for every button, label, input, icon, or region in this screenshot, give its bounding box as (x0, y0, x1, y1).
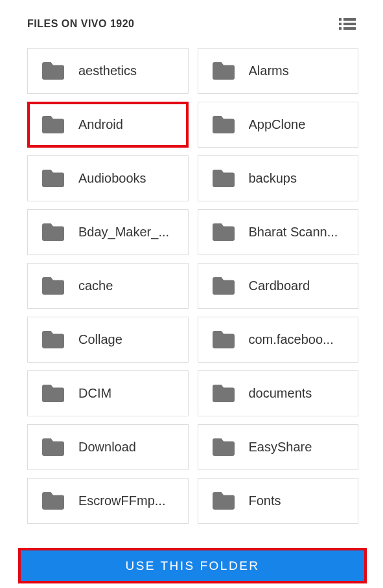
folder-item[interactable]: Alarms (198, 48, 359, 94)
folder-label: Bharat Scann... (249, 225, 347, 240)
folder-icon (42, 331, 64, 348)
folder-label: Audiobooks (78, 171, 176, 186)
folder-item[interactable]: Audiobooks (27, 155, 189, 201)
folder-item[interactable]: AppClone (198, 102, 359, 148)
folder-label: Fonts (249, 493, 347, 508)
folder-icon (213, 331, 235, 348)
page-title: FILES ON VIVO 1920 (27, 18, 135, 30)
folder-label: com.faceboo... (249, 332, 347, 347)
folder-item[interactable]: Fonts (198, 478, 359, 524)
folder-icon (213, 170, 235, 187)
folder-icon (213, 116, 235, 133)
folder-icon (42, 170, 64, 187)
folder-item[interactable]: com.faceboo... (198, 317, 359, 363)
folder-item[interactable]: Android (27, 102, 189, 148)
folder-icon (213, 62, 235, 80)
folder-label: cache (78, 278, 176, 293)
folder-item[interactable]: Collage (27, 317, 189, 363)
folder-item[interactable]: DCIM (27, 370, 189, 416)
folder-label: EasyShare (249, 440, 347, 455)
folder-item[interactable]: EasyShare (198, 424, 359, 470)
folder-label: Collage (78, 332, 176, 347)
folder-label: AppClone (249, 117, 347, 132)
folder-icon (213, 223, 235, 241)
folder-icon (42, 492, 64, 510)
folder-label: aesthetics (78, 63, 176, 78)
folder-label: DCIM (78, 386, 176, 401)
folder-icon (42, 116, 64, 133)
folder-item[interactable]: documents (198, 370, 359, 416)
folder-item[interactable]: aesthetics (27, 48, 189, 94)
folder-item[interactable]: backups (198, 155, 359, 201)
folder-item[interactable]: EscrowFFmp... (27, 478, 189, 524)
folder-label: documents (249, 386, 347, 401)
use-folder-highlight: USE THIS FOLDER (18, 548, 367, 583)
folder-label: Alarms (249, 63, 347, 78)
use-this-folder-button[interactable]: USE THIS FOLDER (21, 550, 364, 581)
folder-item[interactable]: Cardboard (198, 263, 359, 309)
folder-item[interactable]: Bharat Scann... (198, 209, 359, 255)
folder-label: Download (78, 440, 176, 455)
folder-icon (213, 385, 235, 402)
folder-item[interactable]: cache (27, 263, 189, 309)
header-bar: FILES ON VIVO 1920 (0, 0, 383, 45)
folder-label: Cardboard (249, 278, 347, 293)
folder-icon (42, 277, 64, 295)
folder-grid: aestheticsAlarmsAndroidAppCloneAudiobook… (0, 45, 383, 524)
folder-icon (213, 277, 235, 295)
folder-icon (213, 492, 235, 510)
folder-label: Android (78, 117, 176, 132)
folder-item[interactable]: Download (27, 424, 189, 470)
folder-icon (42, 62, 64, 80)
folder-icon (213, 438, 235, 456)
folder-label: Bday_Maker_... (78, 225, 176, 240)
folder-item[interactable]: Bday_Maker_... (27, 209, 189, 255)
folder-icon (42, 385, 64, 402)
folder-label: EscrowFFmp... (78, 493, 176, 508)
folder-icon (42, 223, 64, 241)
folder-label: backups (249, 171, 347, 186)
list-view-icon[interactable] (339, 18, 356, 30)
folder-icon (42, 438, 64, 456)
